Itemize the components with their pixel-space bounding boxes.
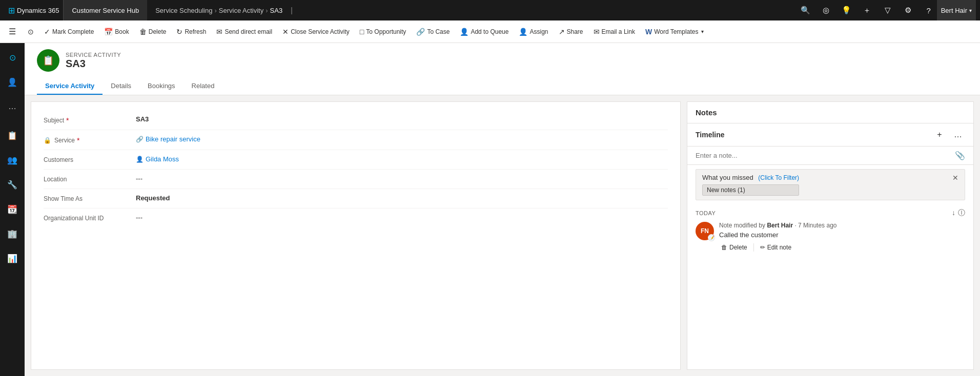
email-link-icon: ✉ (594, 28, 600, 36)
hamburger-button[interactable]: ☰ (2, 20, 23, 43)
tab-service-activity[interactable]: Service Activity (37, 78, 103, 95)
top-nav: ⊞ Dynamics 365 Customer Service Hub Serv… (0, 0, 980, 20)
subject-value[interactable]: SA3 (136, 115, 668, 123)
customers-link[interactable]: 👤 Gilda Moss (136, 155, 668, 163)
org-unit-id-label: Organizational Unit ID (44, 214, 136, 222)
tab-bookings[interactable]: Bookings (139, 78, 183, 95)
mark-complete-label: Mark Complete (52, 28, 94, 35)
close-service-button[interactable]: ✕ Close Service Activity (277, 20, 355, 43)
main-layout: ⊙ 👤 … 📋 👥 🔧 📆 🏢 📊 📋 SERVICE ACTIVITY SA3 (0, 43, 980, 376)
send-email-button[interactable]: ✉ Send direct email (211, 20, 277, 43)
add-timeline-button[interactable]: + (932, 128, 947, 142)
refresh-button[interactable]: ↻ Refresh (171, 20, 211, 43)
info-icon[interactable]: ⓘ (958, 208, 966, 218)
book-icon: 📅 (104, 28, 113, 36)
target-icon[interactable]: ◎ (818, 2, 834, 18)
show-time-as-label: Show Time As (44, 194, 136, 202)
content-area: 📋 SERVICE ACTIVITY SA3 Service Activity … (25, 43, 980, 376)
delete-note-button[interactable]: 🗑 Delete (719, 243, 749, 252)
timeline-entry-content: Note modified by Bert Hair · 7 Minutes a… (719, 222, 965, 252)
sidebar-item-contacts[interactable]: 👥 (0, 148, 25, 172)
breadcrumb-1[interactable]: Service Scheduling (155, 7, 212, 14)
mark-complete-button[interactable]: ✓ Mark Complete (39, 20, 99, 43)
share-button[interactable]: ↗ Share (554, 20, 588, 43)
check-icon: ✓ (44, 28, 50, 36)
subject-required: * (66, 116, 69, 124)
delete-button[interactable]: 🗑 Delete (134, 20, 172, 43)
sidebar-item-tools[interactable]: 🔧 (0, 172, 25, 197)
delete-icon: 🗑 (139, 28, 147, 36)
case-icon: 🔗 (416, 28, 425, 36)
location-value[interactable]: --- (136, 175, 668, 182)
sort-icon[interactable]: ↓ (952, 208, 956, 218)
book-button[interactable]: 📅 Book (99, 20, 134, 43)
add-to-queue-label: Add to Queue (471, 28, 508, 35)
to-case-button[interactable]: 🔗 To Case (411, 20, 455, 43)
add-to-queue-button[interactable]: 👤 Add to Queue (455, 20, 514, 43)
show-time-as-value[interactable]: Requested (136, 194, 668, 202)
sidebar-item-groups[interactable]: 🏢 (0, 221, 25, 246)
note-input[interactable] (696, 152, 955, 159)
edit-note-icon: ✏ (760, 244, 765, 251)
notes-panel: Notes Timeline + … 📎 (687, 101, 974, 370)
assign-button[interactable]: 👤 Assign (514, 20, 553, 43)
sidebar-item-more[interactable]: … (0, 94, 25, 119)
service-link[interactable]: 🔗 Bike repair service (136, 135, 668, 143)
notes-title: Notes (696, 108, 965, 117)
add-icon[interactable]: ＋ (859, 2, 875, 18)
sidebar-item-recent[interactable]: 👤 (0, 70, 25, 94)
email-link-button[interactable]: ✉ Email a Link (588, 20, 640, 43)
sidebar-item-calendar[interactable]: 📆 (0, 197, 25, 221)
tab-related[interactable]: Related (183, 78, 223, 95)
tab-details[interactable]: Details (103, 78, 139, 95)
avatar-badge: 📝 (708, 234, 715, 241)
search-icon[interactable]: 🔍 (798, 2, 814, 18)
app-name[interactable]: Customer Service Hub (63, 0, 147, 20)
close-service-label: Close Service Activity (291, 28, 350, 35)
filter-icon[interactable]: ▽ (880, 2, 896, 18)
more-timeline-button[interactable]: … (951, 128, 965, 142)
close-icon: ✕ (282, 28, 289, 36)
breadcrumb: Service Scheduling › Service Activity › … (147, 6, 798, 14)
missed-filter[interactable]: (Click To Filter) (758, 174, 799, 181)
entity-icon: 📋 (37, 49, 59, 72)
attach-icon[interactable]: 📎 (955, 151, 965, 160)
user-menu[interactable]: Bert Hair ▾ (937, 0, 976, 20)
service-link-icon: 🔗 (136, 136, 144, 143)
timeline-actions: + … (932, 128, 965, 142)
word-templates-button[interactable]: W Word Templates ▾ (640, 20, 709, 43)
timeline-entry-body: Called the customer (719, 231, 965, 239)
to-opportunity-button[interactable]: □ To Opportunity (355, 20, 412, 43)
entity-name: SA3 (66, 58, 121, 70)
home-cmd-button[interactable]: ⊙ (23, 20, 39, 43)
delete-note-icon: 🗑 (721, 244, 727, 251)
breadcrumb-2[interactable]: Service Activity (219, 7, 263, 14)
sidebar-item-service[interactable]: 📋 (0, 123, 25, 148)
word-icon: W (645, 28, 652, 36)
send-email-label: Send direct email (224, 28, 272, 35)
sidebar-item-home[interactable]: ⊙ (0, 45, 25, 70)
service-label: 🔒 Service * (44, 135, 136, 144)
location-label: Location (44, 175, 136, 183)
queue-icon: 👤 (460, 28, 468, 36)
settings-icon[interactable]: ⚙ (900, 2, 916, 18)
timeline-label: Timeline (696, 131, 725, 139)
timeline-entry-actions: 🗑 Delete ✏ Edit note (719, 243, 965, 252)
lightbulb-icon[interactable]: 💡 (839, 2, 855, 18)
org-unit-id-value[interactable]: --- (136, 214, 668, 221)
new-notes-badge[interactable]: New notes (1) (702, 184, 799, 196)
dynamics-brand-label: Dynamics 365 (17, 7, 59, 14)
tab-bar: Service Activity Details Bookings Relate… (37, 78, 968, 95)
missed-banner: What you missed (Click To Filter) New no… (696, 169, 965, 200)
book-label: Book (115, 28, 129, 35)
sidebar-item-reports[interactable]: 📊 (0, 246, 25, 270)
to-opportunity-label: To Opportunity (366, 28, 406, 35)
help-icon[interactable]: ? (921, 2, 937, 18)
assign-icon: 👤 (519, 28, 527, 36)
chevron-down-icon: ▾ (701, 29, 704, 34)
refresh-label: Refresh (185, 28, 206, 35)
service-required: * (77, 136, 79, 144)
edit-note-button[interactable]: ✏ Edit note (758, 243, 793, 252)
missed-close-button[interactable]: ✕ (952, 174, 958, 182)
dynamics-brand[interactable]: ⊞ Dynamics 365 (4, 6, 63, 15)
